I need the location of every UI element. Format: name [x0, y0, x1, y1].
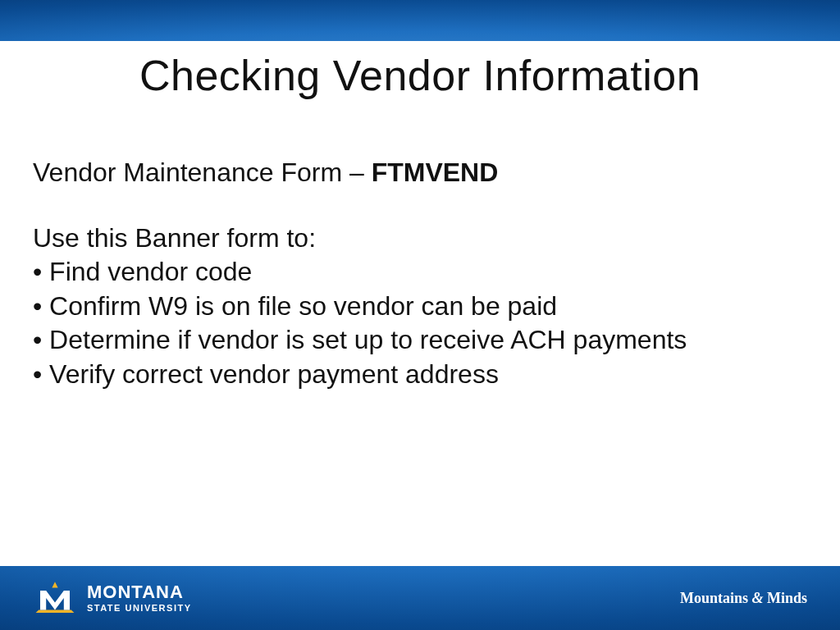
slide-title: Checking Vendor Information — [0, 51, 840, 100]
form-line: Vendor Maintenance Form – FTMVEND — [33, 156, 807, 190]
footer-band: MONTANA STATE UNIVERSITY Mountains & Min… — [0, 566, 840, 630]
list-item: Verify correct vendor payment address — [33, 358, 807, 392]
footer-logo-text: MONTANA STATE UNIVERSITY — [87, 583, 192, 613]
logo-sub-text: STATE UNIVERSITY — [87, 604, 192, 613]
logo-main-text: MONTANA — [87, 583, 192, 601]
top-decorative-band — [0, 0, 840, 41]
footer-logo: MONTANA STATE UNIVERSITY — [33, 580, 192, 616]
tagline-part-b: Minds — [763, 590, 807, 606]
slide-body: Vendor Maintenance Form – FTMVEND Use th… — [33, 156, 807, 392]
form-code: FTMVEND — [372, 158, 499, 187]
list-item: Find vendor code — [33, 255, 807, 290]
list-item: Determine if vendor is set up to receive… — [33, 323, 807, 358]
slide: Checking Vendor Information Vendor Maint… — [0, 0, 840, 630]
form-line-prefix: Vendor Maintenance Form – — [33, 158, 372, 187]
intro-text: Use this Banner form to: — [33, 221, 807, 256]
msu-m-icon — [33, 580, 77, 616]
tagline-part-a: Mountains — [680, 590, 752, 606]
tagline-ampersand: & — [751, 590, 763, 606]
list-item: Confirm W9 is on file so vendor can be p… — [33, 290, 807, 324]
bullet-list: Find vendor code Confirm W9 is on file s… — [33, 255, 807, 391]
footer-tagline: Mountains & Minds — [680, 590, 807, 607]
